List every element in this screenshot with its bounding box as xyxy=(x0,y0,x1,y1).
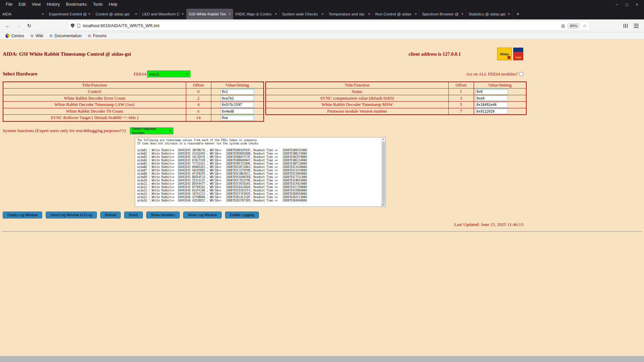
new-tab-button[interactable]: + xyxy=(513,9,523,19)
page-info-icon[interactable] xyxy=(77,24,80,28)
enable-logging-button[interactable]: Enable Logging xyxy=(225,212,259,219)
back-button[interactable]: ← xyxy=(3,21,12,30)
bookmark-documentation[interactable]: ⊕ Documentation xyxy=(47,32,85,39)
tab-spectrum-browser[interactable]: Spectrum Browser @ × xyxy=(420,9,466,19)
system-functions-select[interactable]: Select required function ▼ xyxy=(130,127,173,134)
bookmark-star-icon[interactable]: ☆ xyxy=(582,23,587,28)
tab-control-aidas-gsi[interactable]: Control @ aidas-gsi × xyxy=(93,9,140,19)
tab-close-icon[interactable]: × xyxy=(88,12,91,16)
menu-tools[interactable]: Tools xyxy=(90,1,106,8)
menu-bookmarks[interactable]: Bookmarks xyxy=(63,1,90,8)
tab-temperature[interactable]: Temperature and sta × xyxy=(326,9,373,19)
table-row: SYNC Rollover Target ( Default 0x4000 =>… xyxy=(3,115,264,121)
table-row: SYNC compensation value (default 0xE0) 3 xyxy=(266,95,526,102)
act-on-all-label: Act on ALL FEE64 modules? xyxy=(466,71,518,77)
sync-compensation-value-input[interactable] xyxy=(475,96,508,101)
menu-help[interactable]: Help xyxy=(106,1,120,8)
centos-icon xyxy=(5,34,10,38)
tab-experiment-control[interactable]: Experiment Control @ × xyxy=(47,9,93,19)
tab-close-icon[interactable]: × xyxy=(508,12,510,16)
hamburger-icon xyxy=(634,24,639,28)
control-value-input[interactable] xyxy=(220,89,254,95)
scrollbar-thumb[interactable] xyxy=(382,141,385,202)
empty-log-window-button[interactable]: Empty Log Window xyxy=(3,212,42,219)
act-on-all-group: Act on ALL FEE64 modules? xyxy=(466,71,523,77)
timestamp-msw-value-input[interactable] xyxy=(475,102,508,108)
table-row: White Rabbit Decoder Timestamp LSW (1ns)… xyxy=(3,102,264,108)
tab-close-icon[interactable]: × xyxy=(461,12,464,16)
forward-button[interactable]: → xyxy=(14,21,23,30)
sync-rollover-value-input[interactable] xyxy=(220,115,254,121)
globe-icon: ⊕ xyxy=(88,34,91,38)
tab-close-icon[interactable]: × xyxy=(321,12,324,16)
tab-led-waveform[interactable]: LED and Waveform C × xyxy=(140,9,186,19)
tab-close-icon[interactable]: × xyxy=(42,12,44,16)
tab-close-icon[interactable]: × xyxy=(275,12,277,16)
tab-close-icon[interactable]: × xyxy=(368,12,370,16)
act-on-all-checkbox[interactable] xyxy=(519,72,523,76)
chevron-down-icon: ▼ xyxy=(169,130,171,132)
address-bar[interactable]: localhost:8015/AIDA/TS_WR/TS_WR.tml ▤ 80… xyxy=(68,21,590,30)
tab-system-wide-checks[interactable]: System wide Checks × xyxy=(280,9,326,19)
divider xyxy=(2,231,642,232)
bookmark-centos[interactable]: Centos xyxy=(3,32,27,39)
left-register-table: Title/Function Offset Value/Setting Cont… xyxy=(3,81,264,122)
register-tables: Title/Function Offset Value/Setting Cont… xyxy=(3,81,523,122)
tab-aida[interactable]: AIDA × xyxy=(0,9,47,19)
library-button[interactable] xyxy=(621,21,630,30)
close-button[interactable]: × xyxy=(632,2,642,7)
maximize-button[interactable]: □ xyxy=(622,2,632,7)
reader-mode-icon[interactable]: ▤ xyxy=(561,23,565,28)
timestamp-lsw-value-input[interactable] xyxy=(220,102,254,108)
chevron-down-icon: ▼ xyxy=(186,73,188,75)
reload-button[interactable]: ↻ xyxy=(25,21,34,30)
select-hardware-label: Select Hardware xyxy=(3,71,37,77)
menu-view[interactable]: View xyxy=(29,1,44,8)
log-scrollbar[interactable]: ▲ ▼ xyxy=(381,137,385,206)
globe-icon: ⊕ xyxy=(30,34,34,38)
menu-bar: File Edit View History Bookmarks Tools H… xyxy=(0,0,644,9)
tab-close-icon[interactable]: × xyxy=(181,12,184,16)
menu-button[interactable] xyxy=(632,21,641,30)
tracking-protection-shield-icon[interactable] xyxy=(71,23,74,28)
resize-grip[interactable] xyxy=(381,202,385,206)
t0-count-value-input[interactable] xyxy=(220,109,254,114)
tab-run-control[interactable]: Run Control @ aidas × xyxy=(373,9,420,19)
globe-icon: ⊕ xyxy=(49,34,53,38)
tab-fadc-align[interactable]: FADC Align & Contro × xyxy=(233,9,280,19)
table-row: Control 0 xyxy=(3,88,264,95)
url-text[interactable]: localhost:8015/AIDA/TS_WR/TS_WR.tml xyxy=(83,23,558,28)
column-header: Offset xyxy=(186,82,211,88)
tab-close-icon[interactable]: × xyxy=(415,12,417,16)
reset-button[interactable]: Reset xyxy=(124,212,143,219)
tab-statistics[interactable]: Statistics @ aidas-gsi × xyxy=(466,9,513,19)
system-functions-row: System functions (Expert users only for … xyxy=(3,127,523,134)
error-count-value-input[interactable] xyxy=(220,96,254,101)
column-header: Value/Setting xyxy=(211,82,264,88)
tab-bar: AIDA × Experiment Control @ × Control @ … xyxy=(0,9,644,19)
log-window[interactable]: The following are timestamp values from … xyxy=(135,137,386,207)
table-header-row: Title/Function Offset Value/Setting xyxy=(3,82,264,88)
client-address: client address is 127.0.0.1 xyxy=(409,51,461,57)
status-value-input[interactable] xyxy=(475,89,508,95)
reload-page-button[interactable]: Reload xyxy=(100,212,121,219)
log-text: The following are timestamp values from … xyxy=(135,137,385,206)
zoom-indicator[interactable]: 80% xyxy=(568,23,580,28)
fee64-select[interactable]: aida11 ▼ xyxy=(147,70,191,77)
menu-file[interactable]: File xyxy=(3,1,15,8)
send-log-to-elog-button[interactable]: Send Log Window to ELog xyxy=(46,212,97,219)
tab-gsi-white-rabbit[interactable]: GSI White Rabbit Tim × xyxy=(186,9,233,19)
bookmark-forums[interactable]: ⊕ Forums xyxy=(85,32,109,39)
show-log-window-button[interactable]: Show Log Window xyxy=(183,212,222,219)
tab-close-icon[interactable]: × xyxy=(228,12,231,16)
minimize-button[interactable]: − xyxy=(612,2,622,7)
firmware-version-value-input[interactable] xyxy=(475,109,508,114)
menu-history[interactable]: History xyxy=(44,1,63,8)
hardware-select-row: Select Hardware FEE64 aida11 ▼ Act on AL… xyxy=(3,70,523,77)
tab-close-icon[interactable]: × xyxy=(135,12,137,16)
scroll-up-icon[interactable]: ▲ xyxy=(382,138,385,141)
menu-edit[interactable]: Edit xyxy=(15,1,29,8)
bookmark-wiki[interactable]: ⊕ Wiki xyxy=(28,32,46,39)
navigation-bar: ← → ↻ localhost:8015/AIDA/TS_WR/TS_WR.tm… xyxy=(0,19,644,32)
show-variables-button[interactable]: Show Variables xyxy=(146,212,180,219)
